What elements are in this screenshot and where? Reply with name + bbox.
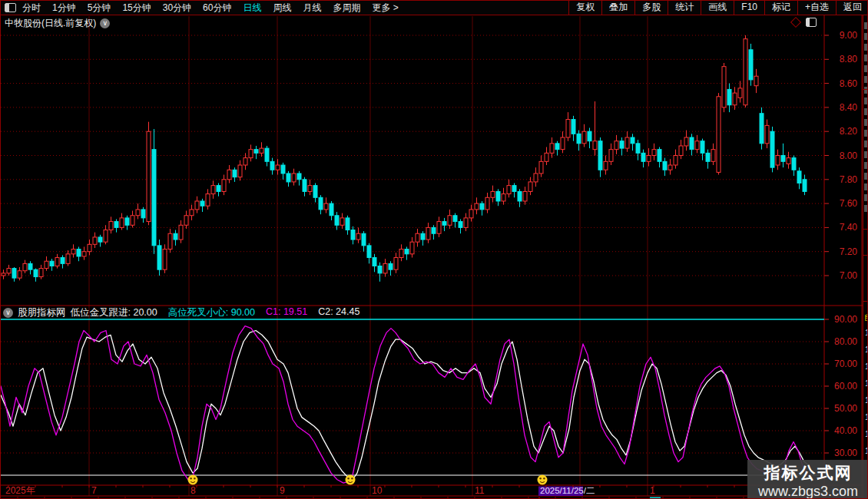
svg-text:10: 10	[372, 485, 383, 496]
svg-text:8.40: 8.40	[840, 102, 858, 113]
chart-corner-icons	[792, 18, 817, 27]
stock-title-row[interactable]: 中牧股份(日线.前复权) ∨	[5, 17, 110, 30]
buy-signal-smiley-icon	[188, 475, 198, 485]
indicator-params: 低位金叉跟进: 20.00高位死叉小心: 90.00C1: 19.51C2: 2…	[71, 306, 360, 319]
svg-text:11: 11	[475, 485, 485, 496]
candles-layer	[2, 35, 807, 282]
svg-text:50.00: 50.00	[834, 403, 857, 414]
svg-text:8: 8	[190, 485, 196, 496]
watermark-url: www.zbgs3.com	[747, 484, 868, 499]
clipped-right-sidebar[interactable]: 自 11111111	[863, 15, 868, 499]
buy-signal-smiley-icon	[346, 475, 356, 485]
diamond-icon[interactable]	[790, 17, 801, 28]
chevron-down-icon[interactable]: ∨	[100, 18, 110, 28]
sidebar-clipped-numbers: 11111111	[865, 324, 868, 459]
svg-text:30.00: 30.00	[834, 448, 857, 458]
svg-text:7.20: 7.20	[840, 246, 858, 257]
svg-text:7.00: 7.00	[840, 270, 858, 281]
svg-text:2025年: 2025年	[5, 485, 35, 496]
indicator-source-label: 股朋指标网	[18, 306, 66, 319]
svg-text:8.60: 8.60	[840, 78, 858, 89]
split-pane-icon[interactable]	[806, 18, 817, 27]
indicator-param-1: 高位死叉小心: 90.00	[168, 306, 255, 319]
sidebar-zixuan-label: 自	[864, 312, 868, 323]
svg-text:8.80: 8.80	[840, 54, 858, 64]
svg-text:9.00: 9.00	[840, 30, 858, 41]
indicator-param-2: C1: 19.51	[266, 306, 307, 319]
svg-text:8.00: 8.00	[840, 150, 858, 161]
svg-text:70.00: 70.00	[834, 359, 857, 369]
svg-text:7.60: 7.60	[840, 198, 858, 209]
svg-text:7.40: 7.40	[840, 222, 858, 233]
indicator-param-3: C2: 24.45	[318, 306, 359, 319]
svg-text:7.80: 7.80	[840, 174, 858, 185]
stock-title: 中牧股份(日线.前复权)	[5, 17, 96, 30]
svg-text:8.20: 8.20	[840, 126, 858, 137]
svg-text:7: 7	[91, 485, 97, 496]
indicator-param-0: 低位金叉跟进: 20.00	[71, 306, 157, 319]
tdx-stock-app: 分时1分钟5分钟15分钟30分钟60分钟日线周线月线多周期更多 > 复权叠加多股…	[0, 0, 868, 499]
svg-text:80.00: 80.00	[834, 336, 857, 347]
indicator-lines-layer	[1, 326, 809, 483]
svg-text:90.00: 90.00	[834, 314, 857, 325]
indicator-header: ∨ 股朋指标网 低位金叉跟进: 20.00高位死叉小心: 90.00C1: 19…	[1, 307, 825, 318]
clipped-sidebar-glyphs	[864, 18, 868, 216]
candlestick-and-indicator-chart[interactable]: 9.008.808.608.408.208.007.807.607.407.20…	[1, 1, 868, 499]
svg-text:60.00: 60.00	[834, 381, 857, 392]
watermark-title: 指标公式网	[747, 462, 868, 484]
indicator-collapse-icon[interactable]: ∨	[3, 308, 13, 318]
buy-signal-smiley-icon	[538, 475, 548, 485]
svg-text:9: 9	[280, 485, 285, 496]
site-watermark: 指标公式网 www.zbgs3.com	[747, 460, 868, 499]
svg-text:40.00: 40.00	[834, 425, 857, 436]
svg-text:2025/11/25/二: 2025/11/25/二	[540, 486, 595, 495]
svg-text:1: 1	[650, 485, 655, 496]
